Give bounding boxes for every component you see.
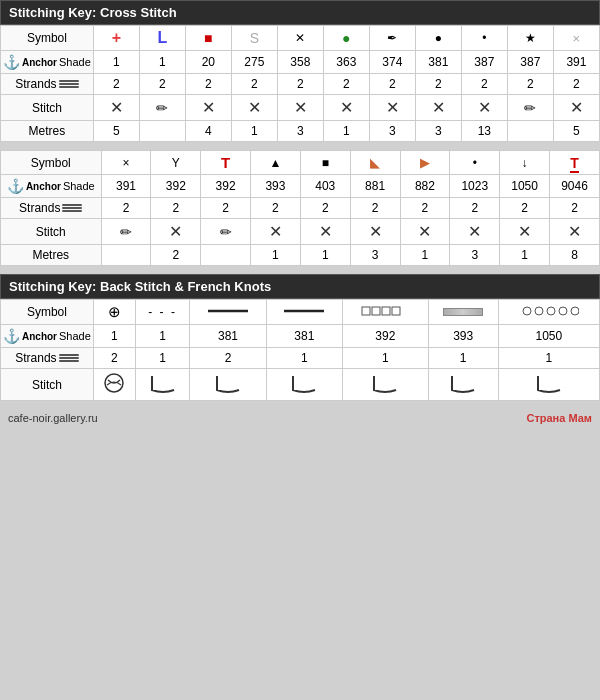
list-item (101, 245, 151, 266)
list-item: ✕ (415, 95, 461, 121)
list-item: L (139, 26, 185, 51)
section-gap-2 (0, 266, 600, 274)
list-item: 2 (500, 198, 550, 219)
list-item: ▲ (251, 151, 301, 175)
svg-point-7 (535, 307, 543, 315)
list-item (266, 300, 342, 325)
list-item: 363 (323, 51, 369, 74)
stitch-label: Stitch (1, 95, 94, 121)
list-item (342, 300, 428, 325)
list-item: ↓ (500, 151, 550, 175)
list-item: 1050 (500, 175, 550, 198)
section1-table: Symbol + L ■ S ✕ ● ✒ ● • ★ × ⚓ Anchor Sh… (0, 25, 600, 142)
list-item: 5 (553, 121, 599, 142)
strands-icon (59, 80, 79, 88)
list-item: 13 (461, 121, 507, 142)
list-item: 381 (415, 51, 461, 74)
list-item: 2 (461, 74, 507, 95)
list-item: ✕ (300, 219, 350, 245)
list-item: 2 (231, 74, 277, 95)
list-item: 1 (323, 121, 369, 142)
list-item: 3 (369, 121, 415, 142)
list-item: ★ (507, 26, 553, 51)
section-gap-3 (0, 401, 600, 409)
list-item: T (550, 151, 600, 175)
symbol-label-2: Symbol (1, 151, 102, 175)
list-item: 2 (185, 74, 231, 95)
list-item: 1050 (498, 325, 599, 348)
table-row: Symbol ⊕ - - - (1, 300, 600, 325)
list-item: 358 (277, 51, 323, 74)
strands-label: Strands (1, 74, 94, 95)
list-item (428, 369, 498, 401)
strands-icon-3 (59, 354, 79, 362)
table-row: Symbol + L ■ S ✕ ● ✒ ● • ★ × (1, 26, 600, 51)
list-item: 3 (450, 245, 500, 266)
list-item: ✕ (277, 26, 323, 51)
svg-rect-3 (372, 307, 380, 315)
list-item: ✏ (139, 95, 185, 121)
list-item: 1 (300, 245, 350, 266)
table-row: Metres 5 4 1 3 1 3 3 13 5 (1, 121, 600, 142)
symbol-label-3: Symbol (1, 300, 94, 325)
shade-label-2: ⚓ Anchor Shade (1, 175, 102, 198)
list-item (428, 300, 498, 325)
list-item: 2 (507, 74, 553, 95)
list-item: ✕ (231, 95, 277, 121)
footer-bar: cafe-noir.gallery.ru Страна Мам (0, 409, 600, 427)
list-item: ✕ (323, 95, 369, 121)
list-item: 387 (507, 51, 553, 74)
list-item: ✏ (507, 95, 553, 121)
list-item: 1 (400, 245, 450, 266)
list-item: 1 (231, 121, 277, 142)
list-item: + (93, 26, 139, 51)
svg-point-9 (559, 307, 567, 315)
table-row: ⚓ Anchor Shade 391 392 392 393 403 881 8… (1, 175, 600, 198)
list-item: S (231, 26, 277, 51)
list-item: 1 (266, 348, 342, 369)
list-item: ✕ (251, 219, 301, 245)
list-item: 20 (185, 51, 231, 74)
list-item (135, 369, 190, 401)
svg-point-10 (571, 307, 579, 315)
svg-point-8 (547, 307, 555, 315)
list-item: 1023 (450, 175, 500, 198)
table-row: ⚓ Anchor Shade 1 1 381 381 392 393 1050 (1, 325, 600, 348)
section-gap-1 (0, 142, 600, 150)
list-item: ■ (185, 26, 231, 51)
stitch-label-3: Stitch (1, 369, 94, 401)
list-item: 2 (400, 198, 450, 219)
list-item: • (461, 26, 507, 51)
list-item: ✒ (369, 26, 415, 51)
strands-label-2: Strands (1, 198, 102, 219)
svg-point-6 (523, 307, 531, 315)
shade-label: ⚓ Anchor Shade (1, 51, 94, 74)
list-item: ✕ (461, 95, 507, 121)
section1-header: Stitching Key: Cross Stitch (0, 0, 600, 25)
list-item: ✕ (369, 95, 415, 121)
list-item: 2 (300, 198, 350, 219)
strands-label-3: Strands (1, 348, 94, 369)
list-item (507, 121, 553, 142)
list-item (139, 121, 185, 142)
list-item: ✏ (101, 219, 151, 245)
list-item (342, 369, 428, 401)
footer-right: Страна Мам (526, 412, 592, 424)
footer-left: cafe-noir.gallery.ru (8, 412, 98, 424)
metres-label-2: Metres (1, 245, 102, 266)
list-item: 393 (428, 325, 498, 348)
list-item: ✕ (185, 95, 231, 121)
metres-label: Metres (1, 121, 94, 142)
list-item: 3 (277, 121, 323, 142)
table-row: Metres 2 1 1 3 1 3 1 8 (1, 245, 600, 266)
list-item: 1 (428, 348, 498, 369)
list-item: ● (323, 26, 369, 51)
list-item: 2 (201, 198, 251, 219)
list-item: 392 (151, 175, 201, 198)
list-item: 2 (151, 245, 201, 266)
list-item: ✏ (201, 219, 251, 245)
list-item: 2 (550, 198, 600, 219)
list-item: 1 (135, 348, 190, 369)
table-row: ⚓ Anchor Shade 1 1 20 275 358 363 374 38… (1, 51, 600, 74)
list-item: 4 (185, 121, 231, 142)
